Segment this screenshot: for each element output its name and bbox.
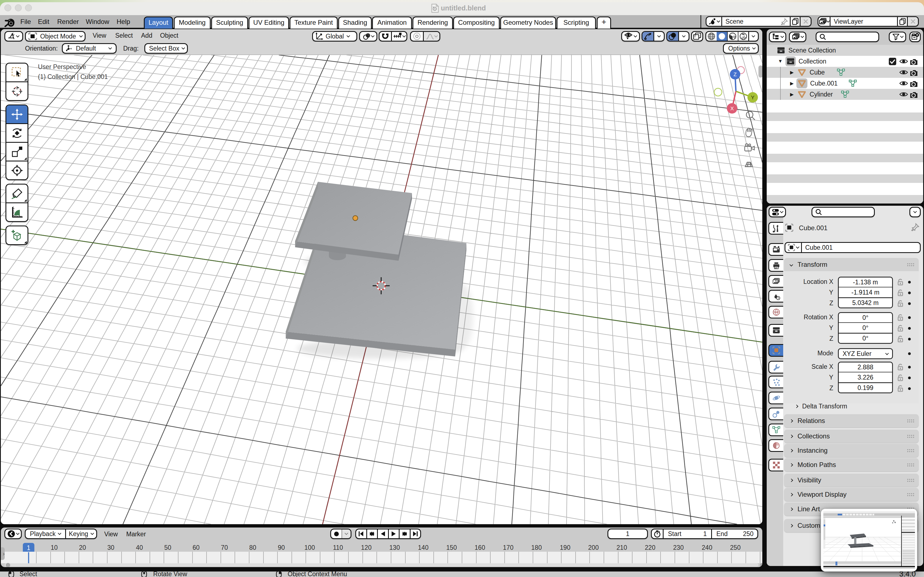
svg-text:X: X	[731, 106, 734, 111]
svg-text:Z: Z	[733, 71, 737, 77]
svg-text:Y: Y	[751, 95, 755, 100]
